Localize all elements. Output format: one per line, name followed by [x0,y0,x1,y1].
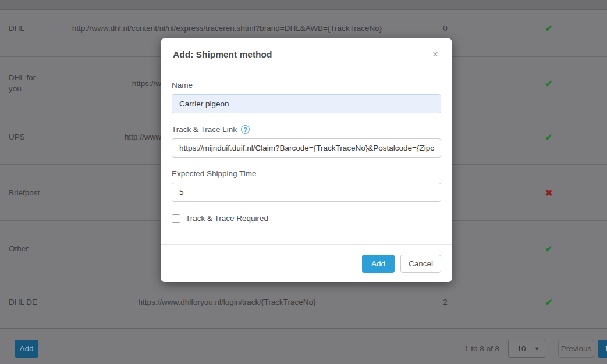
chevron-down-icon: ▼ [534,346,539,352]
shipment-method-name: DHL [9,23,47,34]
cross-icon: ✖ [545,188,553,198]
shipment-method-name: UPS [9,131,47,142]
page-size-select[interactable]: 10 ▼ [508,340,545,358]
modal-footer: Add Cancel [161,244,452,282]
status-cell: ✔ [503,77,594,88]
track-trace-required-label: Track & Trace Required [186,214,268,223]
add-shipment-method-modal: Add: Shipment method × Name Track & Trac… [161,38,452,282]
tracking-url: https://www.dhlforyou.nl/login/track/{Tr… [67,297,387,308]
usage-count: 0 [387,23,503,34]
track-trace-link-label-text: Track & Trace Link [172,125,237,134]
status-cell: ✔ [503,23,594,34]
modal-cancel-button[interactable]: Cancel [400,255,441,273]
name-input[interactable] [172,94,441,113]
shipment-method-name: Other [9,243,47,254]
check-icon: ✔ [545,297,553,307]
page-size-value: 10 [509,344,534,353]
status-cell: ✔ [503,131,594,142]
check-icon: ✔ [545,132,553,142]
tracking-url: https://w [67,77,161,88]
expected-shipping-time-label: Expected Shipping Time [172,169,441,178]
tracking-url: http://www [67,131,161,142]
shipment-method-name: DHL for you [9,72,47,94]
modal-title: Add: Shipment method [173,49,272,59]
tracking-url: http://www.dhl.nl/content/nl/nl/express/… [67,23,387,34]
pagination-bar: Add 1 to 8 of 8 10 ▼ Previous 1 [0,328,607,364]
name-label: Name [172,81,441,90]
pagination-range-text: 1 to 8 of 8 [464,344,499,353]
close-icon[interactable]: × [427,38,443,70]
table-row: DHL DEhttps://www.dhlforyou.nl/login/tra… [0,276,607,327]
status-cell: ✖ [503,187,594,198]
add-shipment-method-button[interactable]: Add [15,340,38,358]
check-icon: ✔ [545,244,553,254]
page-1-button[interactable]: 1 [598,340,607,358]
modal-body: Name Track & Trace Link ? Expected Shipp… [161,70,452,223]
track-trace-link-label: Track & Trace Link ? [172,125,441,134]
track-trace-link-input[interactable] [172,138,441,158]
modal-header: Add: Shipment method × [161,38,452,70]
track-trace-required-checkbox[interactable] [172,214,180,223]
expected-shipping-time-input[interactable] [172,183,441,202]
status-cell: ✔ [503,243,594,254]
shipment-method-name: Briefpost [9,187,47,198]
previous-page-button[interactable]: Previous [558,340,594,358]
shipment-method-name: DHL DE [9,297,47,308]
status-cell: ✔ [503,297,594,308]
usage-count: 2 [387,297,503,308]
check-icon: ✔ [545,23,553,33]
check-icon: ✔ [545,78,553,88]
help-icon[interactable]: ? [241,125,250,134]
modal-add-button[interactable]: Add [362,255,395,273]
table-header-strip [0,0,607,10]
